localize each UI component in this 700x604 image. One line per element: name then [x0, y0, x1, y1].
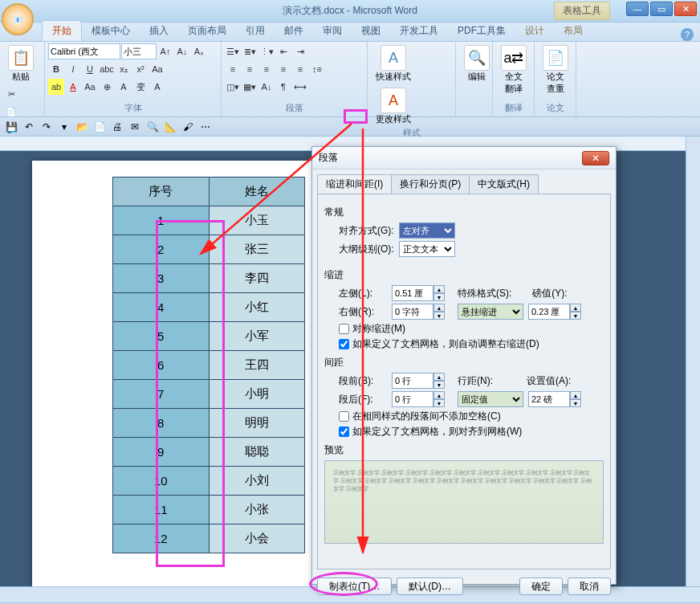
table-row[interactable]: 9聪聪: [113, 438, 305, 467]
tab-mailings[interactable]: 邮件: [275, 21, 313, 41]
qat-btn-10[interactable]: 📐: [162, 119, 178, 135]
table-cell[interactable]: 11: [113, 496, 210, 524]
left-up[interactable]: ▲: [433, 285, 445, 293]
tab-review[interactable]: 审阅: [313, 21, 352, 41]
nosame-checkbox[interactable]: [339, 411, 349, 422]
special-combo[interactable]: 悬挂缩进: [458, 304, 523, 320]
font-color-button[interactable]: A: [65, 79, 81, 95]
enclose-button[interactable]: ⊕: [99, 79, 115, 95]
by-up[interactable]: ▲: [570, 304, 581, 312]
font-size-combo[interactable]: [121, 43, 157, 59]
table-row[interactable]: 2张三: [113, 235, 305, 264]
qat-undo-button[interactable]: ↶: [21, 119, 37, 135]
table-header-1[interactable]: 序号: [113, 178, 210, 206]
table-cell[interactable]: 12: [113, 524, 210, 553]
clear-format-button[interactable]: Aₓ: [191, 43, 207, 59]
at-up[interactable]: ▲: [570, 391, 581, 399]
right-down[interactable]: ▼: [433, 312, 445, 320]
tab-template[interactable]: 模板中心: [82, 21, 140, 41]
underline-button[interactable]: U: [82, 61, 98, 77]
align-left-button[interactable]: ≡: [225, 61, 241, 77]
numbering-button[interactable]: ≣▾: [242, 43, 258, 59]
tab-pdf[interactable]: PDF工具集: [448, 21, 515, 41]
table-cell[interactable]: 8: [113, 409, 210, 438]
tabs-button[interactable]: 制表位(T)…: [317, 577, 392, 595]
indent-increase-button[interactable]: ⇥: [292, 43, 308, 59]
table-header-2[interactable]: 姓名: [209, 178, 305, 206]
after-input[interactable]: [392, 391, 433, 407]
thesis-button[interactable]: 📄 论文 查重: [538, 43, 573, 96]
left-indent-input[interactable]: [392, 285, 433, 301]
font-family-combo[interactable]: [48, 43, 120, 59]
table-cell[interactable]: 2: [113, 235, 210, 264]
tab-references[interactable]: 引用: [236, 21, 275, 41]
table-cell[interactable]: 小明: [209, 380, 305, 409]
bold-button[interactable]: B: [48, 61, 64, 77]
superscript-button[interactable]: x²: [132, 61, 149, 77]
close-button[interactable]: ✕: [674, 2, 697, 16]
linespacing-combo[interactable]: 固定值: [458, 391, 523, 407]
multilevel-button[interactable]: ⋮▾: [258, 43, 275, 59]
align-combo[interactable]: 左对齐: [399, 222, 455, 239]
cut-button[interactable]: ✂: [3, 86, 19, 102]
dialog-title-bar[interactable]: 段落 ✕: [312, 147, 616, 169]
qat-btn-9[interactable]: 🔍: [144, 119, 161, 135]
maximize-button[interactable]: ▭: [650, 2, 673, 16]
table-cell[interactable]: 张三: [209, 235, 305, 264]
help-icon[interactable]: ?: [681, 28, 694, 41]
tab-table-layout[interactable]: 布局: [554, 21, 592, 41]
distributed-button[interactable]: ≡: [292, 61, 308, 77]
ok-button[interactable]: 确定: [519, 577, 563, 595]
before-up[interactable]: ▲: [433, 373, 445, 381]
grow-font-button[interactable]: A↑: [157, 43, 173, 59]
at-input[interactable]: [528, 391, 570, 407]
table-cell[interactable]: 李四: [209, 264, 305, 293]
highlight-button[interactable]: ab: [48, 79, 64, 95]
chspacing-button[interactable]: ⟷: [292, 79, 308, 95]
table-row[interactable]: 4小红: [113, 293, 305, 322]
by-down[interactable]: ▼: [570, 312, 581, 320]
autogrid-checkbox[interactable]: [339, 339, 349, 349]
charfit-button[interactable]: A: [116, 79, 132, 95]
mirror-checkbox[interactable]: [339, 324, 349, 334]
borders-button[interactable]: ▦▾: [242, 79, 258, 95]
after-up[interactable]: ▲: [433, 391, 445, 399]
showmarks-button[interactable]: ¶: [275, 79, 291, 95]
cancel-button[interactable]: 取消: [568, 577, 611, 595]
table-cell[interactable]: 小张: [209, 496, 305, 524]
tab-start[interactable]: 开始: [42, 20, 82, 41]
table-row[interactable]: 1小玉: [113, 206, 305, 235]
charscale-button[interactable]: Aa: [82, 79, 98, 95]
italic-button[interactable]: I: [65, 61, 81, 77]
qat-redo-button[interactable]: ↷: [39, 119, 55, 135]
table-row[interactable]: 3李四: [113, 264, 305, 293]
table-row[interactable]: 6王四: [113, 351, 305, 380]
table-cell[interactable]: 4: [113, 293, 210, 322]
snapgrid-checkbox[interactable]: [339, 426, 349, 437]
default-button[interactable]: 默认(D)…: [397, 577, 463, 595]
change-styles-button[interactable]: A 更改样式: [371, 86, 416, 127]
translate-button[interactable]: a⇄ 全文 翻译: [496, 43, 531, 96]
line-spacing-button[interactable]: ↕≡: [309, 61, 325, 77]
table-row[interactable]: 7小明: [113, 380, 305, 409]
table-row[interactable]: 10小刘: [113, 467, 305, 496]
phonetic-button[interactable]: 变: [132, 79, 149, 95]
table-cell[interactable]: 7: [113, 380, 210, 409]
editing-button[interactable]: 🔍 编辑: [459, 43, 494, 84]
right-indent-input[interactable]: [392, 304, 433, 320]
table-row[interactable]: 12小会: [113, 524, 305, 553]
outline-combo[interactable]: 正文文本: [399, 241, 455, 257]
justify-button[interactable]: ≡: [275, 61, 291, 77]
shading-button[interactable]: ◫▾: [225, 79, 241, 95]
table-cell[interactable]: 明明: [209, 409, 305, 438]
before-input[interactable]: [392, 373, 433, 389]
table-cell[interactable]: 王四: [209, 351, 305, 380]
office-button[interactable]: 📧: [2, 3, 34, 35]
table-cell[interactable]: 聪聪: [209, 438, 305, 467]
table-row[interactable]: 8明明: [113, 409, 305, 438]
vertical-scrollbar[interactable]: [686, 137, 700, 586]
qat-btn-5[interactable]: 📂: [74, 119, 90, 135]
sort-button[interactable]: A↓: [258, 79, 275, 95]
tab-view[interactable]: 视图: [352, 21, 390, 41]
charborder-button[interactable]: A: [149, 79, 165, 95]
